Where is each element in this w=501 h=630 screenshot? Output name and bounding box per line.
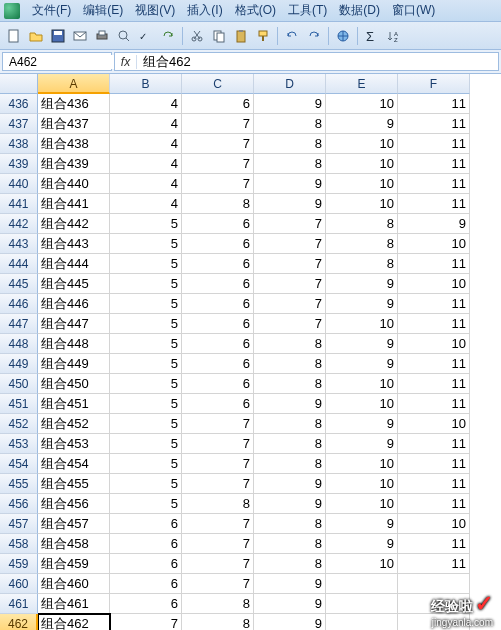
cell[interactable]: 组合446	[38, 294, 110, 314]
cell[interactable]: 6	[182, 254, 254, 274]
cell[interactable]: 组合462	[38, 614, 110, 630]
cell[interactable]: 7	[254, 254, 326, 274]
row-header[interactable]: 453	[0, 434, 38, 454]
cell[interactable]: 7	[182, 174, 254, 194]
cell[interactable]: 6	[110, 534, 182, 554]
cell[interactable]: 8	[254, 374, 326, 394]
cell[interactable]: 9	[398, 214, 470, 234]
cell[interactable]: 11	[398, 494, 470, 514]
formula-value[interactable]: 组合462	[137, 53, 197, 71]
row-header[interactable]: 460	[0, 574, 38, 594]
cell[interactable]: 7	[110, 614, 182, 630]
cell[interactable]: 6	[182, 274, 254, 294]
cell[interactable]: 10	[326, 94, 398, 114]
cell[interactable]: 组合443	[38, 234, 110, 254]
cell[interactable]: 5	[110, 234, 182, 254]
cell[interactable]: 7	[182, 154, 254, 174]
cell[interactable]: 9	[326, 414, 398, 434]
cell[interactable]: 11	[398, 534, 470, 554]
cell[interactable]: 11	[398, 134, 470, 154]
cell[interactable]: 7	[182, 134, 254, 154]
cell[interactable]: 组合437	[38, 114, 110, 134]
cell[interactable]: 6	[110, 514, 182, 534]
cell[interactable]: 11	[398, 374, 470, 394]
cell[interactable]: 组合442	[38, 214, 110, 234]
cell[interactable]: 6	[110, 594, 182, 614]
cell[interactable]: 9	[326, 354, 398, 374]
cell[interactable]: 10	[398, 414, 470, 434]
cell[interactable]: 4	[110, 94, 182, 114]
cell[interactable]: 10	[326, 134, 398, 154]
cut-icon[interactable]	[187, 26, 207, 46]
cell[interactable]: 7	[182, 474, 254, 494]
select-all-corner[interactable]	[0, 74, 38, 94]
cell[interactable]	[398, 574, 470, 594]
row-header[interactable]: 441	[0, 194, 38, 214]
menu-item-4[interactable]: 格式(O)	[229, 0, 282, 21]
cell[interactable]: 组合436	[38, 94, 110, 114]
column-header-F[interactable]: F	[398, 74, 470, 94]
cell[interactable]: 9	[326, 534, 398, 554]
cell[interactable]: 组合450	[38, 374, 110, 394]
row-header[interactable]: 462	[0, 614, 38, 630]
cell[interactable]: 8	[254, 334, 326, 354]
cell[interactable]: 8	[254, 554, 326, 574]
row-header[interactable]: 458	[0, 534, 38, 554]
cell[interactable]: 5	[110, 394, 182, 414]
cell[interactable]: 7	[182, 514, 254, 534]
cell[interactable]	[326, 574, 398, 594]
cell[interactable]: 11	[398, 154, 470, 174]
cell[interactable]: 11	[398, 454, 470, 474]
cell[interactable]: 7	[182, 114, 254, 134]
cell[interactable]: 10	[398, 274, 470, 294]
mail-icon[interactable]	[70, 26, 90, 46]
cell[interactable]: 8	[182, 494, 254, 514]
cell[interactable]: 7	[254, 314, 326, 334]
cell[interactable]: 6	[182, 334, 254, 354]
cell[interactable]: 8	[254, 354, 326, 374]
cell[interactable]: 8	[254, 434, 326, 454]
cell[interactable]: 10	[398, 514, 470, 534]
cell[interactable]: 7	[182, 554, 254, 574]
cell[interactable]: 11	[398, 394, 470, 414]
cell[interactable]: 4	[110, 134, 182, 154]
cell[interactable]: 5	[110, 354, 182, 374]
cell[interactable]: 10	[326, 314, 398, 334]
save-icon[interactable]	[48, 26, 68, 46]
row-header[interactable]: 448	[0, 334, 38, 354]
cell[interactable]: 5	[110, 374, 182, 394]
cell[interactable]: 10	[326, 394, 398, 414]
row-header[interactable]: 456	[0, 494, 38, 514]
cell[interactable]: 6	[110, 574, 182, 594]
row-header[interactable]: 461	[0, 594, 38, 614]
cell[interactable]: 5	[110, 314, 182, 334]
cell[interactable]: 4	[110, 174, 182, 194]
cell[interactable]: 6	[182, 214, 254, 234]
cell[interactable]: 11	[398, 354, 470, 374]
row-header[interactable]: 439	[0, 154, 38, 174]
cell[interactable]	[398, 594, 470, 614]
cell[interactable]: 9	[254, 174, 326, 194]
row-header[interactable]: 436	[0, 94, 38, 114]
cell[interactable]: 11	[398, 174, 470, 194]
menu-item-2[interactable]: 视图(V)	[129, 0, 181, 21]
cell[interactable]: 9	[326, 434, 398, 454]
cell[interactable]: 8	[182, 614, 254, 630]
menu-item-7[interactable]: 窗口(W)	[386, 0, 441, 21]
cell[interactable]: 10	[326, 474, 398, 494]
cell[interactable]	[326, 614, 398, 630]
cell[interactable]: 9	[326, 334, 398, 354]
cell[interactable]: 9	[326, 114, 398, 134]
cell[interactable]: 6	[182, 394, 254, 414]
cell[interactable]: 9	[254, 574, 326, 594]
cell[interactable]: 6	[182, 354, 254, 374]
cell[interactable]: 5	[110, 454, 182, 474]
cell[interactable]: 5	[110, 334, 182, 354]
cell[interactable]: 组合441	[38, 194, 110, 214]
cell[interactable]: 7	[254, 294, 326, 314]
row-header[interactable]: 452	[0, 414, 38, 434]
cell[interactable]: 8	[254, 414, 326, 434]
sort-icon[interactable]: AZ	[384, 26, 404, 46]
open-icon[interactable]	[26, 26, 46, 46]
cell[interactable]: 9	[254, 474, 326, 494]
